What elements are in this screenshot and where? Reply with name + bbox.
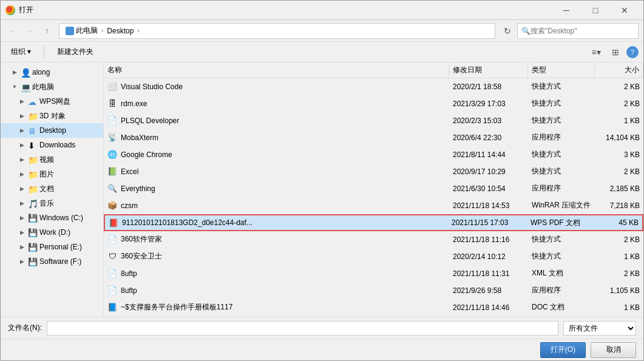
table-row[interactable]: 🌐 Google Chrome 2021/8/11 14:44 快捷方式 3 K… bbox=[104, 146, 643, 163]
maximize-button[interactable]: □ bbox=[581, 2, 609, 19]
drive-icon: 💾 bbox=[28, 214, 38, 222]
col-header-name[interactable]: 名称 bbox=[104, 62, 449, 78]
file-name: Everything bbox=[121, 184, 155, 193]
col-header-type[interactable]: 类型 bbox=[528, 62, 595, 78]
up-button[interactable]: ↑ bbox=[39, 24, 54, 38]
file-name: Excel bbox=[121, 167, 138, 176]
sidebar-item-drive-c[interactable]: ▶ 💾 Windows (C:) bbox=[1, 211, 103, 225]
file-cell-date: 2021/3/29 17:03 bbox=[449, 95, 528, 112]
sidebar-item-wps-cloud[interactable]: ▶ ☁ WPS网盘 bbox=[1, 94, 103, 109]
file-name: 911201012101813GD2_d0e12c44-daf... bbox=[122, 218, 253, 227]
file-cell-type: WinRAR 压缩文件 bbox=[528, 197, 595, 214]
file-cell-date: 2021/6/30 10:54 bbox=[449, 180, 528, 197]
file-cell-type: 快捷方式 bbox=[528, 78, 595, 95]
file-cell-date: 2021/8/11 14:44 bbox=[449, 146, 528, 163]
file-icon: 📗 bbox=[107, 167, 117, 177]
col-header-date[interactable]: 修改日期 bbox=[449, 62, 528, 78]
file-cell-type: XML 文档 bbox=[528, 265, 595, 282]
file-cell-size: 1 KB bbox=[595, 299, 643, 315]
table-row[interactable]: 📕 911201012101813GD2_d0e12c44-daf... 202… bbox=[104, 214, 643, 231]
file-cell-date: 2021/11/18 11:31 bbox=[449, 265, 528, 282]
open-button[interactable]: 打开(O) bbox=[540, 342, 586, 358]
filename-input[interactable] bbox=[47, 321, 558, 336]
expand-icon: ▶ bbox=[18, 257, 26, 266]
table-row[interactable]: 🛡 360安全卫士 2020/2/14 10:12 快捷方式 1 KB bbox=[104, 248, 643, 265]
address-desktop[interactable]: Desktop bbox=[104, 25, 136, 36]
table-row[interactable]: 🗄 rdm.exe 2021/3/29 17:03 快捷方式 2 KB bbox=[104, 95, 643, 112]
sidebar-item-this-pc[interactable]: ▼ 💻 此电脑 bbox=[1, 79, 103, 94]
col-header-size[interactable]: 大小 bbox=[595, 62, 643, 78]
table-row[interactable]: 🔍 Everything 2021/6/30 10:54 应用程序 2,185 … bbox=[104, 180, 643, 197]
file-cell-size: 45 KB bbox=[594, 215, 642, 230]
sidebar-item-along[interactable]: ▶ 👤 along bbox=[1, 65, 103, 79]
file-cell-type: WPS PDF 文档 bbox=[527, 215, 594, 230]
filetype-select[interactable]: 所有文件 bbox=[563, 321, 636, 336]
dialog-title: 打开 bbox=[19, 5, 552, 15]
sidebar-item-drive-d[interactable]: ▶ 💾 Work (D:) bbox=[1, 225, 103, 240]
new-folder-button[interactable]: 新建文件夹 bbox=[52, 44, 99, 60]
file-name: czsm bbox=[121, 201, 138, 210]
file-cell-size: 2 KB bbox=[595, 163, 643, 180]
forward-button[interactable]: → bbox=[22, 24, 37, 38]
file-cell-date: 2020/2/1 18:58 bbox=[449, 78, 528, 95]
layout-button[interactable]: ⊞ bbox=[607, 44, 624, 60]
navigation-bar: ← → ↑ 此电脑 › Desktop › ↻ 🔍 bbox=[1, 20, 643, 42]
table-row[interactable]: 📄 8uftp 2021/9/26 9:58 应用程序 1,105 KB bbox=[104, 282, 643, 299]
file-cell-size: 1,105 KB bbox=[595, 282, 643, 299]
table-row[interactable]: 📄 8uftp 2021/11/18 11:31 XML 文档 2 KB bbox=[104, 265, 643, 282]
table-row[interactable]: 📡 MobaXterm 2020/6/4 22:30 应用程序 14,104 K… bbox=[104, 129, 643, 146]
table-row[interactable]: 📄 PLSQL Developer 2020/2/3 15:03 快捷方式 1 … bbox=[104, 112, 643, 129]
minimize-button[interactable]: ─ bbox=[552, 2, 580, 19]
file-list-body: ⬜ Visual Studio Code 2020/2/1 18:58 快捷方式… bbox=[104, 78, 643, 317]
file-name: PLSQL Developer bbox=[121, 116, 179, 125]
expand-icon: ▶ bbox=[18, 228, 26, 237]
sidebar-item-videos[interactable]: ▶ 📁 视频 bbox=[1, 152, 103, 167]
sidebar-item-music[interactable]: ▶ 🎵 音乐 bbox=[1, 196, 103, 211]
table-row[interactable]: 📄 360软件管家 2021/11/18 11:16 快捷方式 2 KB bbox=[104, 231, 643, 248]
back-button[interactable]: ← bbox=[5, 24, 20, 38]
sidebar-item-3d-objects[interactable]: ▶ 📁 3D 对象 bbox=[1, 109, 103, 123]
search-input[interactable] bbox=[530, 27, 634, 35]
user-icon: 👤 bbox=[21, 68, 30, 76]
file-name: ~$支撑服务平台操作手册模板1117 bbox=[121, 302, 232, 312]
file-name: 360软件管家 bbox=[121, 234, 162, 245]
expand-icon: ▼ bbox=[10, 83, 19, 91]
file-cell-date: 2020/6/4 22:30 bbox=[449, 129, 528, 146]
table-row[interactable]: ⬜ Visual Studio Code 2020/2/1 18:58 快捷方式… bbox=[104, 78, 643, 95]
file-icon: 📄 bbox=[107, 116, 117, 126]
table-row[interactable]: 📗 Excel 2020/9/17 10:29 快捷方式 2 KB bbox=[104, 163, 643, 180]
sidebar-item-documents[interactable]: ▶ 📁 文档 bbox=[1, 181, 103, 196]
sidebar: ▶ 👤 along ▼ 💻 此电脑 ▶ ☁ WPS网盘 ▶ 📁 3D 对象 ▶ bbox=[1, 62, 104, 317]
file-cell-size: 2 KB bbox=[595, 231, 643, 248]
file-cell-name: 📦 czsm bbox=[104, 197, 449, 214]
view-toggle-button[interactable]: ≡▾ bbox=[588, 44, 605, 60]
file-cell-name: 📄 8uftp bbox=[104, 282, 449, 299]
file-icon: 📄 bbox=[107, 269, 117, 278]
organize-button[interactable]: 组织 ▾ bbox=[5, 44, 36, 60]
sidebar-item-drive-f[interactable]: ▶ 💾 Software (F:) bbox=[1, 254, 103, 269]
toolbar: 组织 ▾ 新建文件夹 ≡▾ ⊞ ? bbox=[1, 42, 643, 62]
cancel-button[interactable]: 取消 bbox=[591, 342, 636, 358]
search-icon: 🔍 bbox=[521, 27, 530, 35]
pc-icon bbox=[66, 27, 74, 35]
refresh-button[interactable]: ↻ bbox=[500, 24, 515, 38]
expand-icon: ▶ bbox=[18, 184, 26, 193]
close-button[interactable]: ✕ bbox=[611, 2, 639, 19]
sidebar-item-downloads[interactable]: ▶ ⬇ Downloads bbox=[1, 138, 103, 152]
address-pc[interactable]: 此电脑 bbox=[63, 24, 100, 37]
sidebar-item-desktop[interactable]: ▶ 🖥 Desktop bbox=[1, 123, 103, 138]
file-name: 8uftp bbox=[121, 286, 137, 295]
table-row[interactable]: 📦 czsm 2021/11/18 14:53 WinRAR 压缩文件 7,21… bbox=[104, 197, 643, 214]
address-sep1: › bbox=[101, 27, 103, 34]
file-cell-type: 快捷方式 bbox=[528, 95, 595, 112]
address-bar[interactable]: 此电脑 › Desktop › bbox=[59, 23, 495, 39]
file-cell-name: 📄 8uftp bbox=[104, 265, 449, 282]
folder-icon: 📁 bbox=[28, 155, 38, 164]
sidebar-item-pictures[interactable]: ▶ 📁 图片 bbox=[1, 167, 103, 181]
table-row[interactable]: 📘 ~$支撑服务平台操作手册模板1117 2021/11/18 14:46 DO… bbox=[104, 299, 643, 316]
sidebar-item-drive-e[interactable]: ▶ 💾 Personal (E:) bbox=[1, 240, 103, 254]
help-button[interactable]: ? bbox=[626, 46, 639, 58]
expand-icon: ▶ bbox=[18, 97, 26, 106]
file-cell-name: 🔍 Everything bbox=[104, 180, 449, 197]
folder-icon: 🖥 bbox=[28, 126, 38, 135]
